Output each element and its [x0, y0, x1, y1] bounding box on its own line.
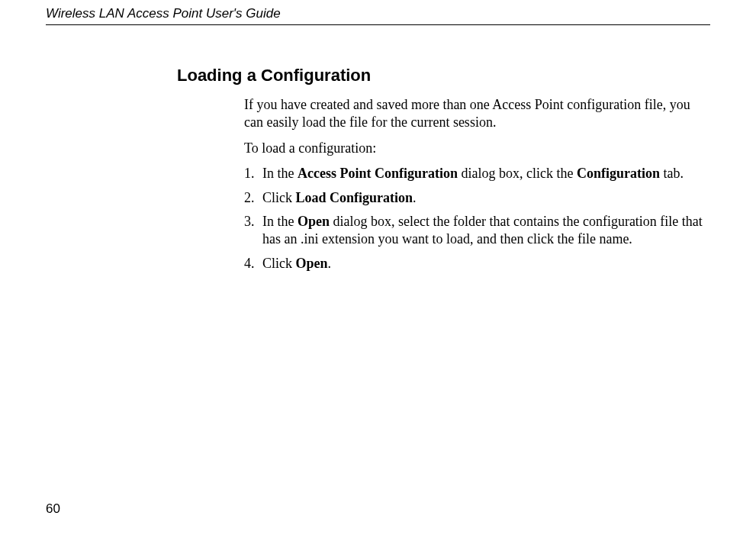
step-text: In the Open dialog box, select the folde…	[262, 213, 710, 249]
step-text: Click Load Configuration.	[262, 189, 710, 207]
step-text: Click Open.	[262, 255, 710, 272]
section-heading: Loading a Configuration	[177, 66, 710, 85]
lead-paragraph: To load a configuration:	[244, 140, 710, 157]
step-text: In the Access Point Configuration dialog…	[262, 165, 710, 182]
step-number: 3.	[244, 213, 259, 249]
step-number: 2.	[244, 189, 259, 207]
step-3: 3. In the Open dialog box, select the fo…	[244, 213, 710, 249]
content-area: Loading a Configuration If you have crea…	[177, 66, 710, 279]
page-number: 60	[46, 501, 60, 517]
step-2: 2. Click Load Configuration.	[244, 189, 710, 207]
intro-paragraph: If you have created and saved more than …	[244, 96, 710, 132]
step-number: 1.	[244, 165, 259, 182]
header-divider	[46, 24, 710, 25]
header-title: Wireless LAN Access Point User's Guide	[46, 6, 281, 21]
step-1: 1. In the Access Point Configuration dia…	[244, 165, 710, 182]
step-number: 4.	[244, 255, 259, 272]
step-4: 4. Click Open.	[244, 255, 710, 272]
body-text: If you have created and saved more than …	[244, 96, 710, 272]
